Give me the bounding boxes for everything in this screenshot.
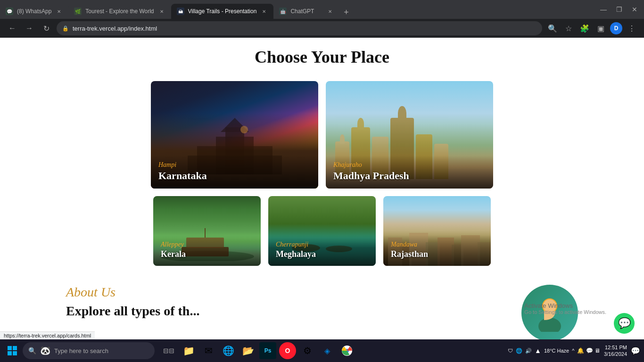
tab-favicon-village-trails: 🏔 (177, 8, 184, 15)
menu-icon[interactable]: ⋮ (625, 22, 638, 35)
profile-icon[interactable]: D (610, 22, 622, 34)
tab-favicon-whatsapp: 💬 (6, 8, 13, 15)
notification-area[interactable]: 💬 (631, 346, 640, 355)
browser-tab-tourest[interactable]: 🌿 Tourest - Explore the World ✕ (68, 4, 171, 19)
browser-chrome: 💬 (8) WhatsApp ✕ 🌿 Tourest - Explore the… (0, 0, 644, 38)
url-text: terra-trek.vercel.app/index.html (73, 25, 157, 32)
weather-info: 18°C Haze (544, 348, 569, 354)
kerala-overlay: Alleppey Kerala (153, 235, 261, 266)
taskbar-mail[interactable]: ✉ (200, 342, 217, 359)
places-bottom-row: Alleppey Kerala Cherrapunji Meghalaya (63, 196, 581, 266)
system-tray: 🛡 🌐 🔊 ▲ 18°C Haze ^ 🔔 💬 🖥 (508, 347, 600, 354)
tab-favicon-chatgpt: 🤖 (279, 8, 287, 15)
tray-icons-group: 🔔 💬 🖥 (577, 347, 600, 354)
minimize-button[interactable]: — (597, 5, 610, 14)
taskbar-folder[interactable]: 📂 (239, 342, 256, 359)
current-time: 12:51 PM (604, 344, 627, 351)
taskbar: 🔍 🐼 Type here to search ⊟⊟ 📁 ✉ 🌐 📂 Ps O … (0, 339, 644, 362)
start-button[interactable] (4, 342, 21, 359)
svg-rect-25 (8, 346, 12, 350)
window-controls: — ❐ ✕ (597, 0, 644, 19)
activate-windows-notice: Activate Windows Go to Settings to activ… (524, 302, 606, 315)
chat-bubble-button[interactable]: 💬 (614, 313, 635, 334)
bookmark-icon[interactable]: ☆ (562, 22, 575, 35)
kerala-title: Kerala (161, 249, 253, 259)
meghalaya-subtitle: Cherrapunji (276, 241, 368, 248)
tab-close-whatsapp[interactable]: ✕ (55, 8, 63, 15)
lock-icon: 🔒 (62, 25, 69, 32)
about-title: About Us (66, 285, 512, 300)
address-bar[interactable]: 🔒 terra-trek.vercel.app/index.html (57, 21, 542, 35)
new-tab-button[interactable]: + (339, 6, 353, 19)
svg-rect-28 (13, 351, 17, 355)
tray-battery[interactable]: ▲ (535, 347, 541, 354)
tab-label-whatsapp: (8) WhatsApp (17, 8, 51, 15)
tab-favicon-tourest: 🌿 (74, 8, 82, 15)
time-display[interactable]: 12:51 PM 3/16/2024 (604, 344, 627, 358)
extensions-icon[interactable]: 🧩 (578, 22, 591, 35)
mp-title: Madhya Pradesh (333, 170, 486, 182)
rajasthan-subtitle: Mandawa (391, 241, 483, 248)
tab-label-chatgpt: ChatGPT (290, 8, 322, 15)
page-content: Choose Your Place Hampi (0, 38, 644, 339)
tab-label-village-trails: Village Trails - Presentation (188, 8, 257, 15)
page-title: Choose Your Place (63, 47, 581, 67)
karnataka-subtitle: Hampi (158, 161, 311, 169)
back-button[interactable]: ← (6, 22, 19, 35)
meghalaya-title: Meghalaya (276, 249, 368, 259)
tab-close-tourest[interactable]: ✕ (158, 8, 165, 15)
taskbar-vscode[interactable]: ◈ (319, 342, 336, 359)
browser-tab-whatsapp[interactable]: 💬 (8) WhatsApp ✕ (0, 4, 68, 19)
taskbar-taskview[interactable]: ⊟⊟ (160, 342, 177, 359)
tray-arrow[interactable]: ^ (572, 348, 574, 354)
taskbar-search-bar[interactable]: 🔍 🐼 Type here to search (23, 342, 155, 359)
taskbar-opera[interactable]: O (279, 342, 296, 359)
tray-antivirus[interactable]: 🛡 (508, 348, 513, 354)
tab-label-tourest: Tourest - Explore the World (85, 8, 154, 15)
sidebar-toggle-icon[interactable]: ▣ (594, 22, 607, 35)
taskbar-settings[interactable]: ⚙ (299, 342, 316, 359)
taskbar-explorer[interactable]: 📁 (180, 342, 197, 359)
forward-button[interactable]: → (23, 22, 36, 35)
taskbar-chrome[interactable] (339, 342, 355, 359)
place-card-madhya-pradesh[interactable]: Khajuraho Madhya Pradesh (326, 81, 493, 189)
svg-rect-26 (13, 346, 17, 350)
kerala-subtitle: Alleppey (161, 241, 253, 248)
rajasthan-overlay: Mandawa Rajasthan (383, 235, 491, 266)
current-date: 3/16/2024 (604, 351, 627, 357)
main-content: Choose Your Place Hampi (63, 38, 581, 275)
tray-volume[interactable]: 🔊 (525, 348, 532, 354)
browser-tab-village-trails[interactable]: 🏔 Village Trails - Presentation ✕ (171, 4, 274, 19)
search-icon[interactable]: 🔍 (546, 22, 559, 35)
taskbar-right: 🛡 🌐 🔊 ▲ 18°C Haze ^ 🔔 💬 🖥 12:51 PM 3/16/… (508, 344, 640, 358)
about-heading: Explore all types of th... (66, 304, 512, 319)
taskbar-app-icons: ⊟⊟ 📁 ✉ 🌐 📂 Ps O ⚙ ◈ (160, 342, 355, 359)
about-text: About Us Explore all types of th... (66, 285, 512, 319)
karnataka-title: Karnataka (158, 170, 311, 182)
meghalaya-overlay: Cherrapunji Meghalaya (268, 235, 376, 266)
tabs-container: 💬 (8) WhatsApp ✕ 🌿 Tourest - Explore the… (0, 0, 597, 19)
maximize-button[interactable]: ❐ (613, 5, 625, 14)
taskbar-photoshop[interactable]: Ps (259, 342, 276, 359)
browser-tab-chatgpt[interactable]: 🤖 ChatGPT ✕ (273, 4, 339, 19)
taskbar-search-icon: 🔍 (28, 347, 36, 354)
place-card-rajasthan[interactable]: Mandawa Rajasthan (383, 196, 491, 266)
mp-overlay: Khajuraho Madhya Pradesh (326, 156, 493, 189)
place-card-karnataka[interactable]: Hampi Karnataka (151, 81, 318, 189)
refresh-button[interactable]: ↻ (40, 22, 53, 35)
tray-network[interactable]: 🌐 (516, 348, 522, 354)
taskbar-edge[interactable]: 🌐 (220, 342, 237, 359)
svg-rect-27 (8, 351, 12, 355)
svg-point-5 (240, 126, 248, 133)
svg-point-23 (538, 318, 561, 332)
panda-icon: 🐼 (40, 346, 50, 356)
rajasthan-title: Rajasthan (391, 249, 483, 259)
toolbar-icons: 🔍 ☆ 🧩 ▣ D ⋮ (546, 22, 638, 35)
tab-close-village-trails[interactable]: ✕ (260, 8, 268, 15)
close-button[interactable]: ✕ (629, 5, 640, 14)
place-card-meghalaya[interactable]: Cherrapunji Meghalaya (268, 196, 376, 266)
tab-bar: 💬 (8) WhatsApp ✕ 🌿 Tourest - Explore the… (0, 0, 644, 19)
tab-close-chatgpt[interactable]: ✕ (326, 8, 334, 15)
place-card-kerala[interactable]: Alleppey Kerala (153, 196, 261, 266)
places-top-row: Hampi Karnataka (63, 81, 581, 189)
